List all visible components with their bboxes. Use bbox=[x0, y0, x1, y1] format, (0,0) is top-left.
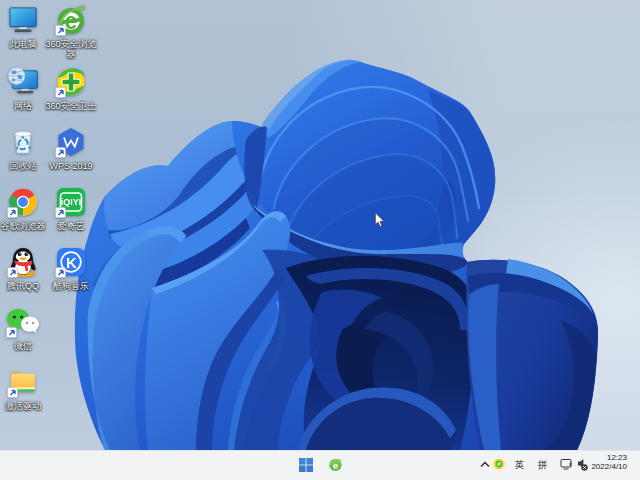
svg-text:拼: 拼 bbox=[538, 459, 548, 470]
svg-text:iQIYI: iQIYI bbox=[61, 197, 82, 207]
svg-text:英: 英 bbox=[515, 459, 525, 470]
svg-text:K: K bbox=[66, 254, 77, 271]
